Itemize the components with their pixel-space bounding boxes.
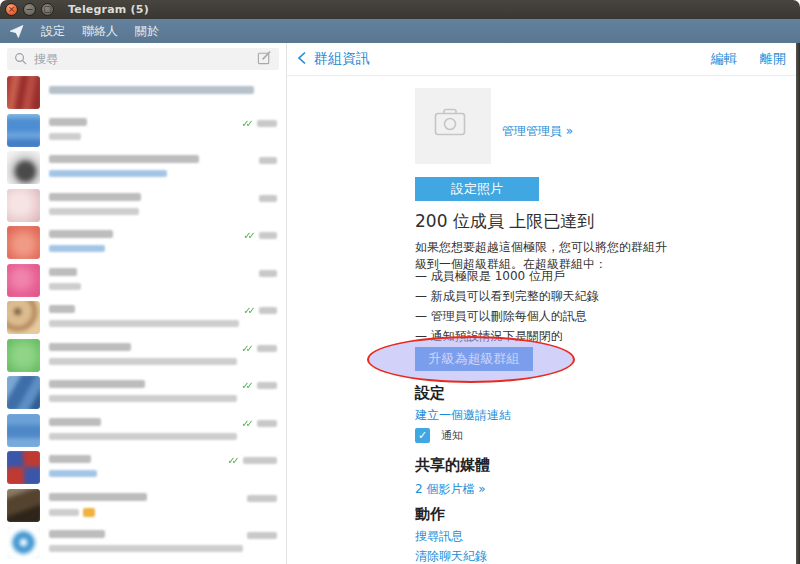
avatar: [7, 189, 40, 222]
chat-text-blurred: [40, 187, 259, 225]
chat-text-blurred: [40, 412, 241, 450]
telegram-plane-icon: [9, 24, 24, 39]
list-item[interactable]: ✓✓: [0, 262, 286, 300]
time-blob: [257, 420, 277, 427]
chat-text-blurred: [40, 374, 241, 412]
list-item[interactable]: ✓✓: [0, 112, 286, 150]
search-messages-link[interactable]: 搜尋訊息: [415, 528, 463, 545]
read-check-icon: ✓✓: [241, 420, 250, 427]
chat-meta: ✓✓: [241, 112, 286, 150]
time-blob: [259, 307, 277, 314]
menu-about[interactable]: 關於: [135, 23, 159, 40]
feature-item: — 通知預設情況下是關閉的: [415, 326, 599, 346]
window-right-border: [796, 43, 800, 564]
chat-meta: ✓✓: [259, 262, 286, 300]
edit-link[interactable]: 編輯: [711, 50, 737, 68]
avatar: [7, 376, 40, 409]
window-minimize-button[interactable]: −: [23, 3, 36, 16]
manage-admins-link[interactable]: 管理管理員 »: [502, 123, 573, 140]
shared-media-link[interactable]: 2 個影片檔 »: [415, 481, 486, 498]
feature-item: — 成員極限是 1000 位用戶: [415, 266, 599, 286]
notifications-checkbox[interactable]: ✓: [415, 428, 430, 443]
read-check-icon: ✓✓: [227, 457, 236, 464]
chat-rows: ✓✓ ✓✓ ✓✓ ✓✓: [0, 74, 286, 564]
search-icon: [14, 50, 27, 69]
chat-meta: ✓✓: [241, 412, 286, 450]
time-blob: [247, 532, 277, 539]
chat-text-blurred: [40, 487, 247, 525]
chat-text-blurred: [40, 149, 259, 187]
avatar: [7, 414, 40, 447]
group-info-content: 管理管理員 » 設定照片 200 位成員 上限已達到 如果您想要超越這個極限，您…: [287, 76, 800, 564]
menu-contacts[interactable]: 聯絡人: [82, 23, 118, 40]
list-item[interactable]: ✓✓: [0, 412, 286, 450]
search-input[interactable]: 搜尋: [7, 48, 279, 70]
chat-meta: ✓✓: [243, 224, 286, 262]
read-check-icon: ✓✓: [241, 120, 250, 127]
list-item[interactable]: ✓✓: [0, 449, 286, 487]
leave-link[interactable]: 離開: [760, 50, 786, 68]
read-check-icon: ✓✓: [241, 382, 250, 389]
notifications-row: ✓ 通知: [415, 428, 463, 443]
avatar: [7, 151, 40, 184]
chat-meta: ✓✓: [247, 524, 286, 562]
avatar: [7, 76, 40, 109]
list-item[interactable]: ✓✓: [0, 187, 286, 225]
menubar: 設定 聯絡人 關於: [0, 19, 800, 43]
list-item[interactable]: ✓✓: [0, 524, 286, 562]
chevron-left-icon: [297, 51, 307, 68]
upgrade-supergroup-button[interactable]: 升級為超級群組: [415, 347, 533, 371]
back-button[interactable]: 群組資訊: [297, 50, 370, 68]
avatar: [7, 339, 40, 372]
list-item[interactable]: ✓✓: [0, 487, 286, 525]
chat-text-blurred: [40, 449, 227, 487]
settings-section-title: 設定: [415, 384, 445, 403]
supergroup-feature-list: — 成員極限是 1000 位用戶 — 新成員可以看到完整的聊天紀錄 — 管理員可…: [415, 266, 599, 346]
clear-history-link[interactable]: 清除聊天紀錄: [415, 548, 487, 564]
telegram-window: × − ▢ Telegram (5) 設定 聯絡人 關於 搜尋: [0, 0, 800, 564]
avatar: [7, 226, 40, 259]
chat-meta: ✓✓: [247, 487, 286, 525]
invite-link[interactable]: 建立一個邀請連結: [415, 407, 511, 424]
chat-text-blurred: [40, 224, 243, 262]
list-item[interactable]: ✓✓: [0, 374, 286, 412]
chat-meta: ✓✓: [243, 299, 286, 337]
titlebar: × − ▢ Telegram (5): [0, 0, 800, 19]
chat-text-blurred: [40, 112, 241, 150]
compose-icon[interactable]: [257, 50, 272, 69]
chat-text-blurred: [40, 524, 247, 562]
chat-meta: ✓✓: [259, 187, 286, 225]
chat-text-blurred: [40, 299, 243, 337]
set-photo-button[interactable]: 設定照片: [415, 177, 539, 201]
avatar: [7, 451, 40, 484]
emoji-blob: [83, 508, 95, 517]
search-area: 搜尋: [0, 43, 286, 74]
menu-settings[interactable]: 設定: [41, 23, 65, 40]
list-item[interactable]: ✓✓: [0, 149, 286, 187]
chat-meta: ✓✓: [241, 337, 286, 375]
chat-text-blurred: [40, 262, 259, 300]
notifications-label: 通知: [441, 428, 463, 443]
avatar: [7, 114, 40, 147]
list-item[interactable]: ✓✓: [0, 299, 286, 337]
time-blob: [257, 120, 277, 127]
chat-list-sidebar: 搜尋 ✓✓ ✓✓: [0, 43, 287, 564]
window-close-button[interactable]: ×: [5, 3, 18, 16]
group-info-panel: 群組資訊 編輯 離開 管理管理員 » 設定照片 200 位成員 上限已達到 如果…: [287, 43, 800, 564]
chat-meta: ✓✓: [259, 149, 286, 187]
read-check-icon: ✓✓: [241, 345, 250, 352]
list-item[interactable]: ✓✓: [0, 74, 286, 112]
group-photo-placeholder[interactable]: [415, 88, 491, 164]
chat-text-blurred: [40, 74, 277, 112]
avatar: [7, 301, 40, 334]
panel-title: 群組資訊: [314, 50, 370, 68]
list-item[interactable]: ✓✓: [0, 224, 286, 262]
time-blob: [243, 457, 277, 464]
time-blob: [257, 345, 277, 352]
actions-section-title: 動作: [415, 505, 445, 524]
time-blob: [259, 157, 277, 164]
window-maximize-button[interactable]: ▢: [41, 3, 54, 16]
time-blob: [259, 232, 277, 239]
chat-meta: ✓✓: [227, 449, 286, 487]
list-item[interactable]: ✓✓: [0, 337, 286, 375]
